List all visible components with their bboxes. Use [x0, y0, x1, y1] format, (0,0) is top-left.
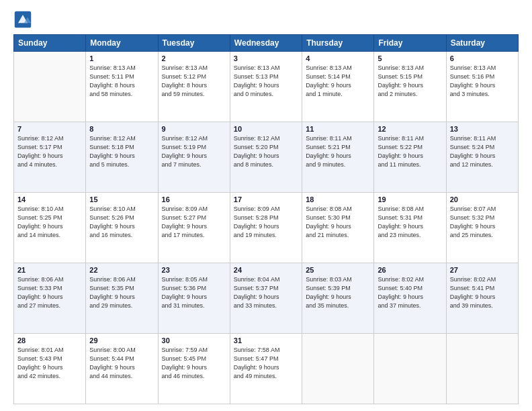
- day-number: 21: [17, 266, 82, 274]
- day-number: 22: [89, 266, 154, 274]
- calendar-cell: 15Sunrise: 8:10 AMSunset: 5:26 PMDayligh…: [86, 193, 158, 263]
- day-info: Sunrise: 8:12 AMSunset: 5:20 PMDaylight:…: [234, 134, 298, 169]
- day-number: 26: [378, 266, 442, 274]
- logo: [13, 10, 35, 29]
- calendar-page: Sunday Monday Tuesday Wednesday Thursday…: [0, 0, 532, 411]
- calendar-cell: 10Sunrise: 8:12 AMSunset: 5:20 PMDayligh…: [230, 122, 302, 193]
- calendar-cell: 22Sunrise: 8:06 AMSunset: 5:35 PMDayligh…: [86, 263, 158, 334]
- day-info: Sunrise: 8:12 AMSunset: 5:18 PMDaylight:…: [89, 134, 154, 169]
- calendar-cell: 1Sunrise: 8:13 AMSunset: 5:11 PMDaylight…: [86, 52, 158, 122]
- calendar-cell: 31Sunrise: 7:58 AMSunset: 5:47 PMDayligh…: [230, 334, 302, 404]
- calendar-cell: 4Sunrise: 8:13 AMSunset: 5:14 PMDaylight…: [302, 52, 374, 122]
- day-info: Sunrise: 8:08 AMSunset: 5:30 PMDaylight:…: [306, 205, 370, 240]
- calendar-cell: [14, 52, 86, 122]
- calendar-cell: 21Sunrise: 8:06 AMSunset: 5:33 PMDayligh…: [14, 263, 86, 334]
- day-info: Sunrise: 8:06 AMSunset: 5:35 PMDaylight:…: [89, 275, 154, 310]
- day-info: Sunrise: 8:13 AMSunset: 5:14 PMDaylight:…: [306, 64, 370, 99]
- day-number: 11: [306, 125, 370, 133]
- col-saturday: Saturday: [446, 35, 518, 52]
- day-number: 9: [162, 125, 226, 133]
- day-number: 30: [162, 336, 226, 345]
- calendar-week-5: 28Sunrise: 8:01 AMSunset: 5:43 PMDayligh…: [14, 334, 519, 404]
- col-tuesday: Tuesday: [158, 35, 230, 52]
- col-sunday: Sunday: [14, 35, 86, 52]
- day-info: Sunrise: 7:59 AMSunset: 5:45 PMDaylight:…: [162, 346, 226, 381]
- col-friday: Friday: [374, 35, 446, 52]
- calendar-week-4: 21Sunrise: 8:06 AMSunset: 5:33 PMDayligh…: [14, 263, 519, 334]
- day-info: Sunrise: 8:08 AMSunset: 5:31 PMDaylight:…: [378, 205, 442, 240]
- day-info: Sunrise: 8:02 AMSunset: 5:40 PMDaylight:…: [378, 275, 442, 310]
- day-number: 19: [378, 195, 442, 203]
- day-number: 8: [89, 125, 154, 133]
- day-info: Sunrise: 8:10 AMSunset: 5:26 PMDaylight:…: [89, 205, 154, 240]
- day-number: 3: [234, 54, 298, 62]
- header-row: Sunday Monday Tuesday Wednesday Thursday…: [14, 35, 519, 52]
- calendar-cell: 17Sunrise: 8:09 AMSunset: 5:28 PMDayligh…: [230, 193, 302, 263]
- day-info: Sunrise: 8:00 AMSunset: 5:44 PMDaylight:…: [89, 346, 154, 381]
- day-number: 20: [450, 195, 515, 203]
- calendar-cell: 6Sunrise: 8:13 AMSunset: 5:16 PMDaylight…: [446, 52, 518, 122]
- day-number: 17: [234, 195, 298, 203]
- day-number: 28: [17, 336, 82, 345]
- day-info: Sunrise: 8:11 AMSunset: 5:24 PMDaylight:…: [450, 134, 515, 169]
- day-number: 10: [234, 125, 298, 133]
- calendar-cell: 24Sunrise: 8:04 AMSunset: 5:37 PMDayligh…: [230, 263, 302, 334]
- day-info: Sunrise: 8:06 AMSunset: 5:33 PMDaylight:…: [17, 275, 82, 310]
- calendar-cell: 30Sunrise: 7:59 AMSunset: 5:45 PMDayligh…: [158, 334, 230, 404]
- day-info: Sunrise: 8:13 AMSunset: 5:16 PMDaylight:…: [450, 64, 515, 99]
- day-number: 1: [89, 54, 154, 62]
- calendar-table: Sunday Monday Tuesday Wednesday Thursday…: [13, 34, 519, 404]
- page-header: [13, 10, 519, 29]
- day-number: 4: [306, 54, 370, 62]
- day-info: Sunrise: 8:11 AMSunset: 5:22 PMDaylight:…: [378, 134, 442, 169]
- day-number: 23: [162, 266, 226, 274]
- day-info: Sunrise: 8:02 AMSunset: 5:41 PMDaylight:…: [450, 275, 515, 310]
- day-info: Sunrise: 8:04 AMSunset: 5:37 PMDaylight:…: [234, 275, 298, 310]
- calendar-cell: 23Sunrise: 8:05 AMSunset: 5:36 PMDayligh…: [158, 263, 230, 334]
- day-info: Sunrise: 8:09 AMSunset: 5:28 PMDaylight:…: [234, 205, 298, 240]
- calendar-cell: 14Sunrise: 8:10 AMSunset: 5:25 PMDayligh…: [14, 193, 86, 263]
- day-info: Sunrise: 8:11 AMSunset: 5:21 PMDaylight:…: [306, 134, 370, 169]
- calendar-cell: 16Sunrise: 8:09 AMSunset: 5:27 PMDayligh…: [158, 193, 230, 263]
- calendar-week-3: 14Sunrise: 8:10 AMSunset: 5:25 PMDayligh…: [14, 193, 519, 263]
- day-number: 15: [89, 195, 154, 203]
- day-info: Sunrise: 8:07 AMSunset: 5:32 PMDaylight:…: [450, 205, 515, 240]
- day-info: Sunrise: 8:12 AMSunset: 5:17 PMDaylight:…: [17, 134, 82, 169]
- calendar-cell: 18Sunrise: 8:08 AMSunset: 5:30 PMDayligh…: [302, 193, 374, 263]
- col-wednesday: Wednesday: [230, 35, 302, 52]
- day-number: 13: [450, 125, 515, 133]
- col-thursday: Thursday: [302, 35, 374, 52]
- day-number: 6: [450, 54, 515, 62]
- day-number: 16: [162, 195, 226, 203]
- calendar-cell: [302, 334, 374, 404]
- calendar-week-2: 7Sunrise: 8:12 AMSunset: 5:17 PMDaylight…: [14, 122, 519, 193]
- day-info: Sunrise: 8:13 AMSunset: 5:11 PMDaylight:…: [89, 64, 154, 99]
- day-number: 7: [17, 125, 82, 133]
- calendar-cell: 12Sunrise: 8:11 AMSunset: 5:22 PMDayligh…: [374, 122, 446, 193]
- day-number: 12: [378, 125, 442, 133]
- day-info: Sunrise: 7:58 AMSunset: 5:47 PMDaylight:…: [234, 346, 298, 381]
- calendar-cell: 2Sunrise: 8:13 AMSunset: 5:12 PMDaylight…: [158, 52, 230, 122]
- day-number: 14: [17, 195, 82, 203]
- day-number: 5: [378, 54, 442, 62]
- day-info: Sunrise: 8:13 AMSunset: 5:13 PMDaylight:…: [234, 64, 298, 99]
- calendar-cell: [374, 334, 446, 404]
- day-number: 18: [306, 195, 370, 203]
- day-info: Sunrise: 8:12 AMSunset: 5:19 PMDaylight:…: [162, 134, 226, 169]
- day-info: Sunrise: 8:05 AMSunset: 5:36 PMDaylight:…: [162, 275, 226, 310]
- day-number: 29: [89, 336, 154, 345]
- calendar-cell: 7Sunrise: 8:12 AMSunset: 5:17 PMDaylight…: [14, 122, 86, 193]
- day-number: 31: [234, 336, 298, 345]
- calendar-cell: 26Sunrise: 8:02 AMSunset: 5:40 PMDayligh…: [374, 263, 446, 334]
- day-info: Sunrise: 8:10 AMSunset: 5:25 PMDaylight:…: [17, 205, 82, 240]
- calendar-cell: 29Sunrise: 8:00 AMSunset: 5:44 PMDayligh…: [86, 334, 158, 404]
- day-info: Sunrise: 8:13 AMSunset: 5:15 PMDaylight:…: [378, 64, 442, 99]
- day-info: Sunrise: 8:01 AMSunset: 5:43 PMDaylight:…: [17, 346, 82, 381]
- day-number: 24: [234, 266, 298, 274]
- calendar-cell: [446, 334, 518, 404]
- calendar-cell: 25Sunrise: 8:03 AMSunset: 5:39 PMDayligh…: [302, 263, 374, 334]
- calendar-week-1: 1Sunrise: 8:13 AMSunset: 5:11 PMDaylight…: [14, 52, 519, 122]
- day-info: Sunrise: 8:09 AMSunset: 5:27 PMDaylight:…: [162, 205, 226, 240]
- day-info: Sunrise: 8:13 AMSunset: 5:12 PMDaylight:…: [162, 64, 226, 99]
- logo-icon: [13, 10, 32, 29]
